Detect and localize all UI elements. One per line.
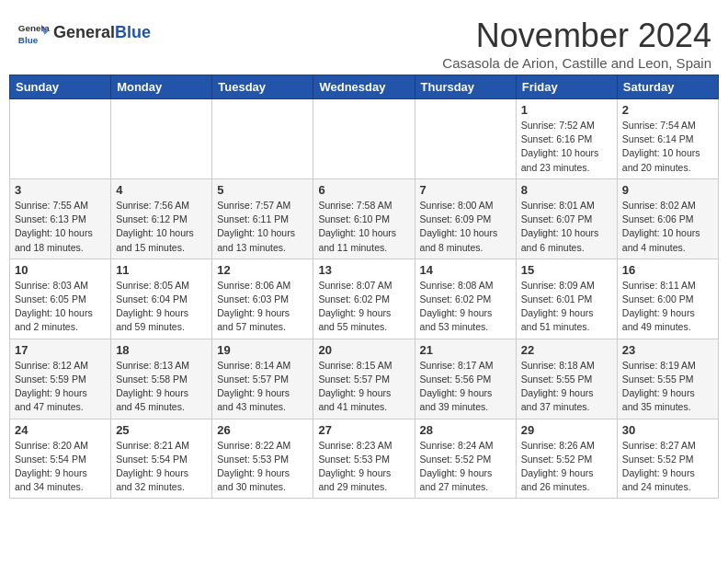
- day-number: 28: [420, 423, 511, 437]
- calendar-cell: 19Sunrise: 8:14 AM Sunset: 5:57 PM Dayli…: [212, 339, 313, 419]
- day-number: 14: [420, 263, 511, 277]
- calendar-cell: 30Sunrise: 8:27 AM Sunset: 5:52 PM Dayli…: [617, 419, 718, 499]
- day-number: 27: [318, 423, 409, 437]
- day-number: 11: [116, 263, 207, 277]
- location-title: Casasola de Arion, Castille and Leon, Sp…: [442, 55, 711, 71]
- calendar-cell: 27Sunrise: 8:23 AM Sunset: 5:53 PM Dayli…: [313, 419, 415, 499]
- day-info: Sunrise: 8:07 AM Sunset: 6:02 PM Dayligh…: [318, 279, 409, 335]
- calendar-cell: 14Sunrise: 8:08 AM Sunset: 6:02 PM Dayli…: [415, 259, 516, 339]
- day-info: Sunrise: 8:18 AM Sunset: 5:55 PM Dayligh…: [521, 359, 612, 415]
- calendar-cell: 7Sunrise: 8:00 AM Sunset: 6:09 PM Daylig…: [415, 178, 516, 259]
- logo-blue-text: Blue: [115, 23, 151, 41]
- day-number: 20: [318, 343, 409, 357]
- day-number: 4: [116, 183, 207, 197]
- calendar-cell: 12Sunrise: 8:06 AM Sunset: 6:03 PM Dayli…: [212, 259, 313, 339]
- calendar-cell: 24Sunrise: 8:20 AM Sunset: 5:54 PM Dayli…: [10, 419, 111, 499]
- calendar-cell: 15Sunrise: 8:09 AM Sunset: 6:01 PM Dayli…: [516, 259, 617, 339]
- day-number: 21: [420, 343, 511, 357]
- header: General Blue GeneralBlue November 2024 C…: [9, 9, 719, 71]
- calendar-cell: [415, 99, 516, 179]
- day-number: 18: [116, 343, 207, 357]
- day-info: Sunrise: 8:21 AM Sunset: 5:54 PM Dayligh…: [116, 439, 207, 495]
- day-number: 13: [318, 263, 409, 277]
- calendar-cell: 1Sunrise: 7:52 AM Sunset: 6:16 PM Daylig…: [516, 99, 617, 179]
- day-number: 15: [521, 263, 612, 277]
- day-info: Sunrise: 8:15 AM Sunset: 5:57 PM Dayligh…: [318, 359, 409, 415]
- column-header-sunday: Sunday: [10, 75, 111, 99]
- column-header-saturday: Saturday: [617, 75, 718, 99]
- day-info: Sunrise: 8:13 AM Sunset: 5:58 PM Dayligh…: [116, 359, 207, 415]
- day-number: 8: [521, 183, 612, 197]
- day-number: 16: [622, 263, 713, 277]
- month-title: November 2024: [442, 17, 711, 55]
- day-info: Sunrise: 8:01 AM Sunset: 6:07 PM Dayligh…: [521, 199, 612, 255]
- calendar-cell: 23Sunrise: 8:19 AM Sunset: 5:55 PM Dayli…: [617, 339, 718, 419]
- column-header-wednesday: Wednesday: [313, 75, 415, 99]
- day-info: Sunrise: 8:19 AM Sunset: 5:55 PM Dayligh…: [622, 359, 713, 415]
- day-number: 25: [116, 423, 207, 437]
- calendar-cell: 29Sunrise: 8:26 AM Sunset: 5:52 PM Dayli…: [516, 419, 617, 499]
- calendar-cell: 9Sunrise: 8:02 AM Sunset: 6:06 PM Daylig…: [617, 178, 718, 259]
- calendar-cell: 5Sunrise: 7:57 AM Sunset: 6:11 PM Daylig…: [212, 178, 313, 259]
- calendar-cell: 3Sunrise: 7:55 AM Sunset: 6:13 PM Daylig…: [10, 178, 111, 259]
- calendar-cell: 28Sunrise: 8:24 AM Sunset: 5:52 PM Dayli…: [415, 419, 516, 499]
- week-row-3: 10Sunrise: 8:03 AM Sunset: 6:05 PM Dayli…: [10, 259, 719, 339]
- day-info: Sunrise: 7:57 AM Sunset: 6:11 PM Dayligh…: [217, 199, 308, 255]
- calendar-cell: 22Sunrise: 8:18 AM Sunset: 5:55 PM Dayli…: [516, 339, 617, 419]
- day-info: Sunrise: 8:06 AM Sunset: 6:03 PM Dayligh…: [217, 279, 308, 335]
- day-number: 24: [15, 423, 106, 437]
- day-number: 26: [217, 423, 308, 437]
- day-number: 17: [15, 343, 106, 357]
- calendar-cell: 16Sunrise: 8:11 AM Sunset: 6:00 PM Dayli…: [617, 259, 718, 339]
- day-info: Sunrise: 8:11 AM Sunset: 6:00 PM Dayligh…: [622, 279, 713, 335]
- week-row-4: 17Sunrise: 8:12 AM Sunset: 5:59 PM Dayli…: [10, 339, 719, 419]
- calendar-cell: 2Sunrise: 7:54 AM Sunset: 6:14 PM Daylig…: [617, 99, 718, 179]
- calendar-cell: 4Sunrise: 7:56 AM Sunset: 6:12 PM Daylig…: [111, 178, 212, 259]
- calendar-cell: 6Sunrise: 7:58 AM Sunset: 6:10 PM Daylig…: [313, 178, 415, 259]
- day-info: Sunrise: 8:02 AM Sunset: 6:06 PM Dayligh…: [622, 199, 713, 255]
- calendar-cell: [111, 99, 212, 179]
- day-info: Sunrise: 8:23 AM Sunset: 5:53 PM Dayligh…: [318, 439, 409, 495]
- day-number: 2: [622, 103, 713, 117]
- day-number: 6: [318, 183, 409, 197]
- day-number: 10: [15, 263, 106, 277]
- day-info: Sunrise: 8:05 AM Sunset: 6:04 PM Dayligh…: [116, 279, 207, 335]
- day-info: Sunrise: 8:26 AM Sunset: 5:52 PM Dayligh…: [521, 439, 612, 495]
- calendar-cell: 26Sunrise: 8:22 AM Sunset: 5:53 PM Dayli…: [212, 419, 313, 499]
- week-row-2: 3Sunrise: 7:55 AM Sunset: 6:13 PM Daylig…: [10, 178, 719, 259]
- day-info: Sunrise: 7:58 AM Sunset: 6:10 PM Dayligh…: [318, 199, 409, 255]
- day-info: Sunrise: 8:24 AM Sunset: 5:52 PM Dayligh…: [420, 439, 511, 495]
- day-number: 7: [420, 183, 511, 197]
- day-number: 9: [622, 183, 713, 197]
- day-info: Sunrise: 7:52 AM Sunset: 6:16 PM Dayligh…: [521, 119, 612, 175]
- day-info: Sunrise: 8:22 AM Sunset: 5:53 PM Dayligh…: [217, 439, 308, 495]
- day-info: Sunrise: 7:54 AM Sunset: 6:14 PM Dayligh…: [622, 119, 713, 175]
- day-info: Sunrise: 8:03 AM Sunset: 6:05 PM Dayligh…: [15, 279, 106, 335]
- week-row-5: 24Sunrise: 8:20 AM Sunset: 5:54 PM Dayli…: [10, 419, 719, 499]
- calendar-table: SundayMondayTuesdayWednesdayThursdayFrid…: [9, 75, 719, 499]
- column-header-tuesday: Tuesday: [212, 75, 313, 99]
- calendar-header-row: SundayMondayTuesdayWednesdayThursdayFrid…: [10, 75, 719, 99]
- day-info: Sunrise: 8:14 AM Sunset: 5:57 PM Dayligh…: [217, 359, 308, 415]
- calendar-cell: [313, 99, 415, 179]
- week-row-1: 1Sunrise: 7:52 AM Sunset: 6:16 PM Daylig…: [10, 99, 719, 179]
- logo: General Blue GeneralBlue: [17, 17, 151, 50]
- day-number: 23: [622, 343, 713, 357]
- day-info: Sunrise: 8:09 AM Sunset: 6:01 PM Dayligh…: [521, 279, 612, 335]
- calendar-cell: [10, 99, 111, 179]
- day-info: Sunrise: 8:17 AM Sunset: 5:56 PM Dayligh…: [420, 359, 511, 415]
- calendar-cell: 13Sunrise: 8:07 AM Sunset: 6:02 PM Dayli…: [313, 259, 415, 339]
- day-number: 5: [217, 183, 308, 197]
- calendar-cell: 10Sunrise: 8:03 AM Sunset: 6:05 PM Dayli…: [10, 259, 111, 339]
- day-number: 30: [622, 423, 713, 437]
- logo-icon: General Blue: [17, 17, 50, 50]
- day-number: 22: [521, 343, 612, 357]
- calendar-cell: 8Sunrise: 8:01 AM Sunset: 6:07 PM Daylig…: [516, 178, 617, 259]
- day-info: Sunrise: 7:55 AM Sunset: 6:13 PM Dayligh…: [15, 199, 106, 255]
- day-info: Sunrise: 7:56 AM Sunset: 6:12 PM Dayligh…: [116, 199, 207, 255]
- svg-text:Blue: Blue: [18, 35, 39, 45]
- logo-general-text: General: [53, 23, 115, 41]
- calendar-cell: 18Sunrise: 8:13 AM Sunset: 5:58 PM Dayli…: [111, 339, 212, 419]
- column-header-monday: Monday: [111, 75, 212, 99]
- day-number: 19: [217, 343, 308, 357]
